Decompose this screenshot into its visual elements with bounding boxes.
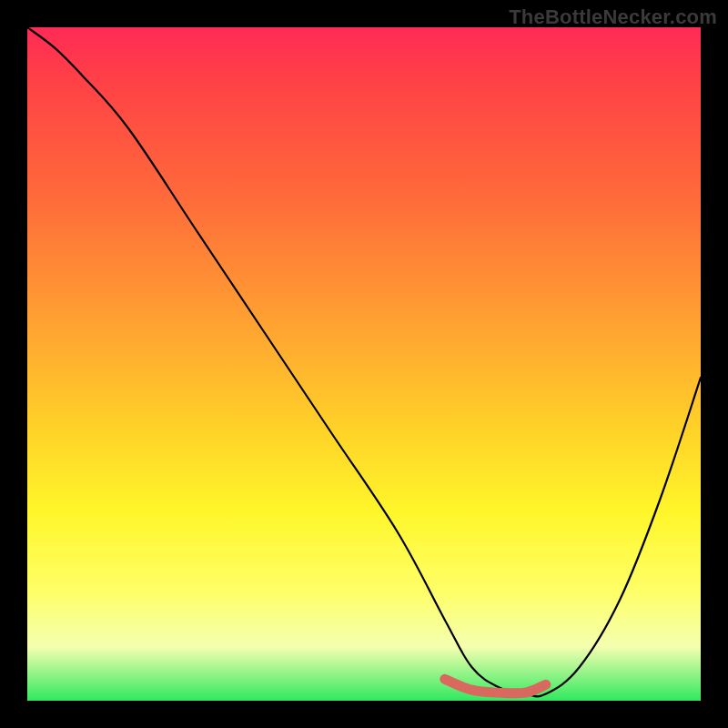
plot-area — [27, 27, 701, 701]
curve-svg — [27, 27, 701, 701]
bottleneck-curve-path — [27, 27, 701, 696]
chart-frame: TheBottleNecker.com — [0, 0, 728, 728]
watermark-text: TheBottleNecker.com — [509, 5, 717, 29]
